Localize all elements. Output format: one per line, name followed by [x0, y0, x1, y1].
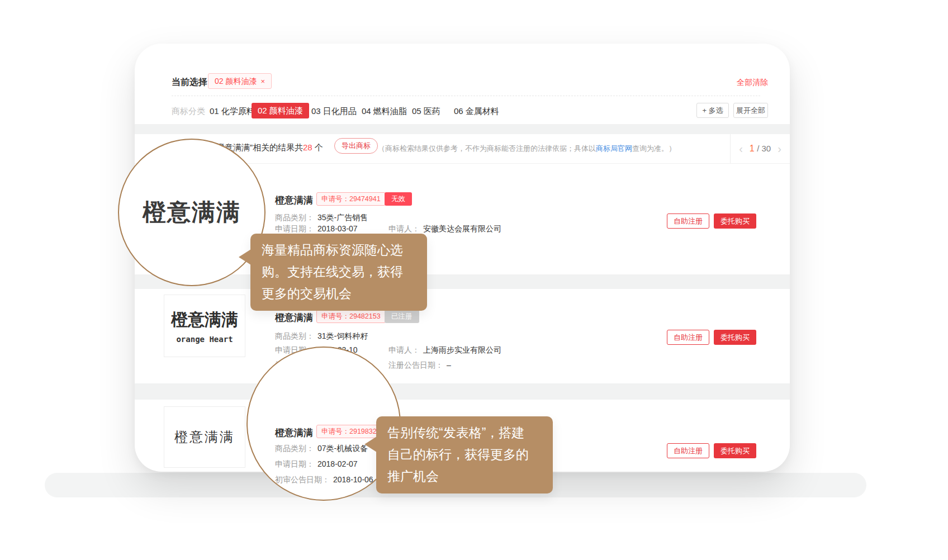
row1-date-value: 2018-03-07 [317, 224, 358, 233]
tooltip2-line1: 告别传统“发表格”，搭建 [387, 422, 542, 444]
result-count: 28 [303, 143, 312, 152]
category-item-04[interactable]: 04 燃料油脂 [362, 106, 407, 117]
disclaimer-text-post: 查询为准。） [632, 144, 676, 153]
row1-date-line: 申请日期：2018-03-07 [275, 224, 358, 234]
section-gap-1 [135, 124, 790, 134]
tooltip-marketplace: 海量精品商标资源随心选 购。支持在线交易，获得 更多的交易机会 [250, 234, 427, 311]
page: 当前选择 02 颜料油漆× 全部清除 商标分类 01 化学原料 02 颜料油漆 … [0, 0, 948, 560]
row1-self-register-button[interactable]: 自助注册 [667, 213, 709, 229]
row2-applicant-label: 申请人： [388, 345, 420, 354]
tooltip1-line1: 海量精品商标资源随心选 [262, 239, 416, 261]
category-item-03[interactable]: 03 日化用品 [311, 106, 357, 117]
expand-all-button[interactable]: 展开全部 [733, 103, 768, 118]
row3-first-notice-line: 初审公告日期：2018-10-06 [275, 474, 373, 485]
row2-category-line: 商品类别：31类-饲料种籽 [275, 331, 368, 341]
result-summary-suffix: 个 [312, 143, 323, 152]
row3-category-label: 商品类别： [275, 444, 314, 453]
selected-filter-chip[interactable]: 02 颜料油漆× [208, 73, 272, 89]
row2-self-register-button[interactable]: 自助注册 [667, 330, 709, 345]
tooltip2-line2: 自己的标行，获得更多的 [387, 444, 542, 466]
trademark-thumbnail-2[interactable]: 橙意满满 orange Heart [164, 295, 245, 357]
row3-trademark-name: 橙意满满 [275, 426, 313, 439]
row1-appno-value: 29474941 [349, 195, 381, 203]
multi-select-button[interactable]: + 多选 [696, 103, 729, 118]
trademark-thumbnail-3[interactable]: 橙意满满 [164, 406, 245, 468]
row3-category-line: 商品类别：07类-机械设备 [275, 443, 368, 454]
row3-category-value: 07类-机械设备 [317, 444, 368, 453]
row3-first-notice-value: 2018-10-06 [333, 475, 373, 484]
row2-entrust-purchase-button[interactable]: 委托购买 [714, 330, 756, 345]
row1-date-label: 申请日期： [275, 224, 314, 233]
filter-divider [172, 96, 760, 96]
category-item-01[interactable]: 01 化学原料 [210, 106, 255, 117]
row2-thumb-sub-text: orange Heart [176, 335, 233, 344]
page-next-icon[interactable]: › [778, 143, 781, 154]
row2-reg-notice-label: 注册公告日期： [388, 360, 443, 369]
disclaimer-text-pre: （商标检索结果仅供参考，不作为商标能否注册的法律依据；具体以 [378, 144, 596, 153]
page-prev-icon[interactable]: ‹ [739, 143, 743, 154]
row1-entrust-purchase-button[interactable]: 委托购买 [714, 213, 756, 229]
row2-category-label: 商品类别： [275, 331, 314, 340]
row2-appno-label: 申请号： [321, 312, 349, 320]
row1-trademark-name: 橙意满满 [275, 194, 313, 207]
category-item-02-active[interactable]: 02 颜料油漆 [252, 103, 309, 118]
pagination: ‹ 1 / 30 › [730, 134, 790, 163]
result-disclaimer: （商标检索结果仅供参考，不作为商标能否注册的法律依据；具体以商标局官网查询为准。… [378, 144, 676, 154]
row3-date-value: 2018-02-07 [317, 459, 358, 468]
chip-close-icon[interactable]: × [260, 77, 265, 86]
row1-status-badge: 无效 [385, 192, 412, 206]
row3-first-notice-label: 初审公告日期： [275, 475, 330, 484]
page-indicator: 1 / 30 [750, 144, 771, 154]
row1-applicant-value: 安徽美达会展有限公司 [423, 224, 501, 233]
row1-category-line: 商品类别：35类-广告销售 [275, 212, 368, 223]
current-selection-label: 当前选择 [172, 77, 207, 88]
row1-category-label: 商品类别： [275, 213, 314, 222]
page-current: 1 [750, 144, 755, 153]
row2-applicant-value: 上海雨步实业有限公司 [423, 345, 501, 354]
row3-appno-label: 申请号： [321, 428, 349, 435]
tooltip-left-arrow-icon [239, 249, 251, 265]
row1-category-value: 35类-广告销售 [317, 213, 368, 222]
row2-applicant-line: 申请人：上海雨步实业有限公司 [388, 345, 501, 355]
export-trademark-button[interactable]: 导出商标 [334, 138, 378, 154]
tooltip-promotion: 告别传统“发表格”，搭建 自己的标行，获得更多的 推广机会 [376, 416, 553, 493]
section-gap-2 [135, 274, 790, 289]
row1-applicant-label: 申请人： [388, 224, 420, 233]
tooltip1-line3: 更多的交易机会 [262, 283, 416, 305]
tooltip1-line2: 购。支持在线交易，获得 [262, 261, 416, 283]
category-bar-label: 商标分类 [172, 106, 205, 117]
row2-appno-value: 29482153 [349, 312, 381, 320]
row2-reg-notice-value: – [447, 360, 451, 369]
row1-appno-label: 申请号： [321, 195, 349, 203]
trademark-office-link[interactable]: 商标局官网 [596, 144, 632, 153]
row3-date-label: 申请日期： [275, 459, 314, 468]
row2-status-badge: 已注册 [385, 310, 419, 323]
magnified-trademark-text: 橙意满满 [143, 197, 241, 228]
row2-thumb-main-text: 橙意满满 [171, 309, 238, 331]
tooltip2-line3: 推广机会 [387, 466, 542, 487]
row3-entrust-purchase-button[interactable]: 委托购买 [714, 443, 756, 458]
row2-trademark-name: 橙意满满 [275, 311, 313, 324]
section-gap-3 [135, 383, 790, 400]
tooltip-left-arrow-icon [364, 436, 377, 452]
selected-filter-chip-text: 02 颜料油漆 [215, 77, 257, 86]
category-item-05[interactable]: 05 医药 [412, 106, 440, 117]
row3-thumb-main-text: 橙意满满 [174, 428, 235, 446]
row2-reg-notice-line: 注册公告日期：– [388, 360, 451, 371]
clear-all-button[interactable]: 全部清除 [737, 78, 768, 88]
row3-self-register-button[interactable]: 自助注册 [667, 443, 709, 458]
row3-date-line: 申请日期：2018-02-07 [275, 459, 358, 469]
row2-application-number-tag: 申请号：29482153 [316, 310, 386, 323]
row2-category-value: 31类-饲料种籽 [317, 331, 368, 340]
row1-application-number-tag: 申请号：29474941 [316, 192, 386, 206]
row1-applicant-line: 申请人：安徽美达会展有限公司 [388, 224, 501, 234]
page-total: / 30 [757, 144, 771, 153]
category-item-06[interactable]: 06 金属材料 [454, 106, 499, 117]
